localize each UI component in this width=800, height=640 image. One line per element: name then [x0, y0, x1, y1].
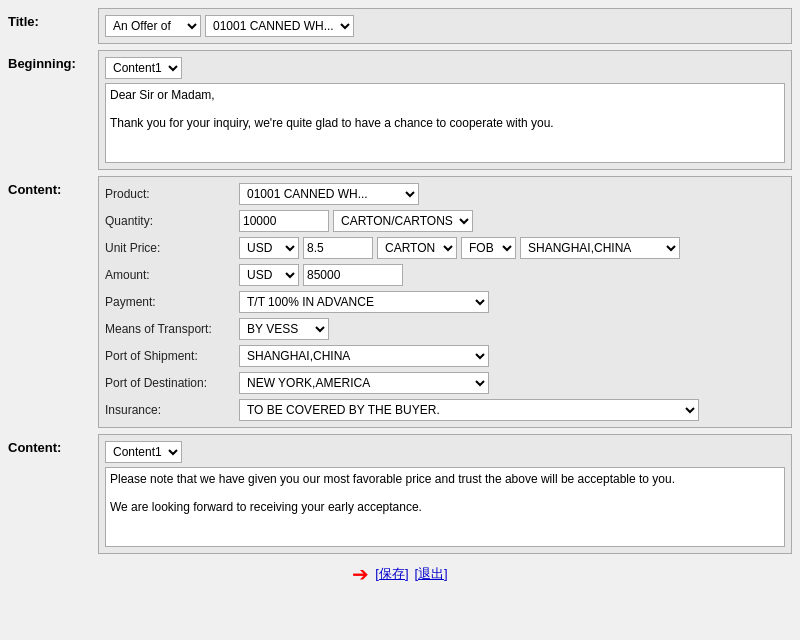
amount-currency-dropdown[interactable]: USD EUR	[239, 264, 299, 286]
amount-label: Amount:	[105, 268, 235, 282]
content2-area: Content1 Content2 Please note that we ha…	[98, 434, 792, 554]
price-currency-dropdown[interactable]: USD EUR CNY	[239, 237, 299, 259]
transport-row: Means of Transport: BY VESS BY AIR BY TR…	[105, 318, 785, 340]
content2-textarea[interactable]: Please note that we have given you our m…	[105, 467, 785, 547]
product-label: Product:	[105, 187, 235, 201]
beginning-section: Beginning: Content1 Content2 Dear Sir or…	[8, 50, 792, 170]
unit-price-row: Unit Price: USD EUR CNY CARTON KG SET FO…	[105, 237, 785, 259]
payment-label: Payment:	[105, 295, 235, 309]
title-label: Title:	[8, 8, 98, 29]
beginning-content-dropdown[interactable]: Content1 Content2	[105, 57, 182, 79]
title-type-dropdown[interactable]: An Offer of An Inquiry of An Order of	[105, 15, 201, 37]
quantity-row: Quantity: CARTON/CARTONS KG SET PCS	[105, 210, 785, 232]
title-row: An Offer of An Inquiry of An Order of 01…	[105, 15, 785, 37]
product-dropdown[interactable]: 01001 CANNED WH...	[239, 183, 419, 205]
shipment-port-inline-dropdown[interactable]: SHANGHAI,CHINA BEIJING,CHINA	[520, 237, 680, 259]
unit-price-label: Unit Price:	[105, 241, 235, 255]
beginning-textarea[interactable]: Dear Sir or Madam, Thank you for your in…	[105, 83, 785, 163]
destination-row: Port of Destination: NEW YORK,AMERICA LO…	[105, 372, 785, 394]
fob-dropdown[interactable]: FOB CIF CFR	[461, 237, 516, 259]
arrow-icon: ➔	[352, 562, 369, 586]
content-section: Content: Product: 01001 CANNED WH... Qua…	[8, 176, 792, 428]
title-content: An Offer of An Inquiry of An Order of 01…	[98, 8, 792, 44]
amount-row: Amount: USD EUR	[105, 264, 785, 286]
content2-label: Content:	[8, 434, 98, 455]
price-unit-dropdown[interactable]: CARTON KG SET	[377, 237, 457, 259]
action-row: ➔ [保存] [退出]	[8, 562, 792, 586]
exit-button[interactable]: [退出]	[415, 565, 448, 583]
price-input[interactable]	[303, 237, 373, 259]
content-fields: Product: 01001 CANNED WH... Quantity: CA…	[98, 176, 792, 428]
beginning-content: Content1 Content2 Dear Sir or Madam, Tha…	[98, 50, 792, 170]
destination-dropdown[interactable]: NEW YORK,AMERICA LOS ANGELES,AMERICA	[239, 372, 489, 394]
title-product-dropdown[interactable]: 01001 CANNED WH...	[205, 15, 354, 37]
main-container: Title: An Offer of An Inquiry of An Orde…	[0, 0, 800, 594]
shipment-dropdown[interactable]: SHANGHAI,CHINA BEIJING,CHINA	[239, 345, 489, 367]
transport-label: Means of Transport:	[105, 322, 235, 336]
transport-dropdown[interactable]: BY VESS BY AIR BY TRUCK	[239, 318, 329, 340]
shipment-label: Port of Shipment:	[105, 349, 235, 363]
content2-dropdown[interactable]: Content1 Content2	[105, 441, 182, 463]
product-row: Product: 01001 CANNED WH...	[105, 183, 785, 205]
save-button[interactable]: [保存]	[375, 565, 408, 583]
amount-input[interactable]	[303, 264, 403, 286]
quantity-label: Quantity:	[105, 214, 235, 228]
shipment-row: Port of Shipment: SHANGHAI,CHINA BEIJING…	[105, 345, 785, 367]
insurance-label: Insurance:	[105, 403, 235, 417]
beginning-label: Beginning:	[8, 50, 98, 71]
insurance-row: Insurance: TO BE COVERED BY THE BUYER. C…	[105, 399, 785, 421]
content-label: Content:	[8, 176, 98, 197]
destination-label: Port of Destination:	[105, 376, 235, 390]
payment-dropdown[interactable]: T/T 100% IN ADVANCE L/C D/P	[239, 291, 489, 313]
quantity-unit-dropdown[interactable]: CARTON/CARTONS KG SET PCS	[333, 210, 473, 232]
insurance-dropdown[interactable]: TO BE COVERED BY THE BUYER. COVERED BY S…	[239, 399, 699, 421]
quantity-input[interactable]	[239, 210, 329, 232]
title-section: Title: An Offer of An Inquiry of An Orde…	[8, 8, 792, 44]
content2-section: Content: Content1 Content2 Please note t…	[8, 434, 792, 554]
payment-row: Payment: T/T 100% IN ADVANCE L/C D/P	[105, 291, 785, 313]
